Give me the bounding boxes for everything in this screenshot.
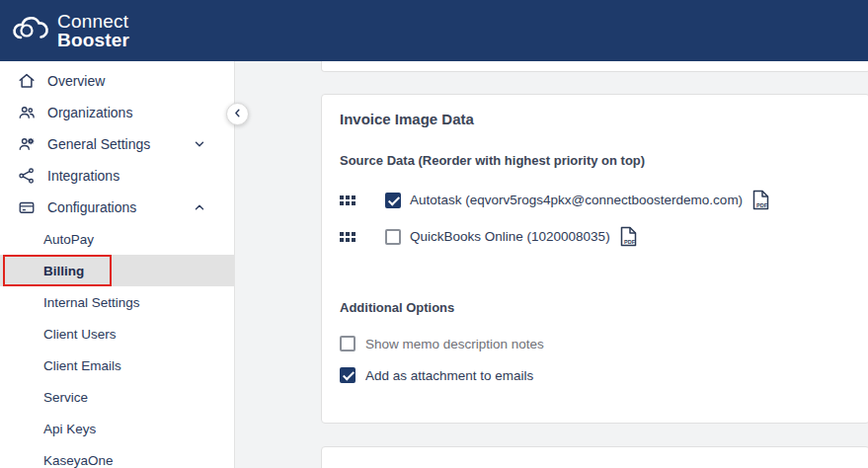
sidebar-item-label: Internal Settings — [43, 295, 140, 310]
sidebar-item-internal-settings[interactable]: Internal Settings — [0, 286, 234, 318]
sidebar-item-label: KaseyaOne — [43, 453, 114, 468]
pdf-icon[interactable]: PDF — [752, 190, 769, 210]
sidebar-item-general-settings[interactable]: General Settings — [0, 128, 234, 160]
sidebar-item-overview[interactable]: Overview — [0, 65, 234, 97]
sidebar-item-api-keys[interactable]: Api Keys — [0, 413, 234, 444]
sidebar-item-billing[interactable]: Billing — [0, 255, 234, 286]
chevron-up-icon — [193, 200, 206, 214]
sidebar-item-kaseyaone[interactable]: KaseyaOne — [0, 444, 234, 468]
sidebar: Overview Organizations General Settings — [0, 61, 235, 468]
people-gear-icon — [18, 135, 36, 153]
sidebar-item-label: Billing — [43, 264, 84, 278]
sidebar-item-label: Overview — [47, 73, 105, 89]
sidebar-item-label: AutoPay — [43, 232, 94, 247]
sidebar-item-label: Organizations — [47, 105, 132, 120]
source-label: Autotask (eqvorv5rogs4pkx@connectbooster… — [410, 193, 743, 207]
source-row-quickbooks: QuickBooks Online (1020008035) PDF — [340, 218, 851, 255]
drag-handle-icon[interactable] — [340, 232, 355, 242]
brand-name: Connect Booster — [57, 12, 129, 49]
source-row-autotask: Autotask (eqvorv5rogs4pkx@connectbooster… — [340, 182, 851, 218]
next-card-edge — [321, 446, 868, 468]
sidebar-item-integrations[interactable]: Integrations — [0, 160, 234, 192]
source-label: QuickBooks Online (1020008035) — [410, 229, 610, 244]
drag-handle-icon[interactable] — [340, 195, 355, 205]
sidebar-item-autopay[interactable]: AutoPay — [0, 223, 234, 255]
previous-card-edge — [321, 61, 868, 72]
sidebar-item-label: Integrations — [47, 168, 119, 184]
sidebar-item-organizations[interactable]: Organizations — [0, 97, 234, 128]
invoice-image-data-card: Invoice Image Data Source Data (Reorder … — [321, 94, 868, 424]
option-label: Add as attachment to emails — [365, 368, 533, 383]
sidebar-item-label: Client Emails — [43, 358, 121, 373]
autotask-checkbox[interactable] — [385, 193, 401, 208]
integration-icon — [18, 167, 36, 185]
chevron-left-icon — [231, 106, 244, 123]
option-row-memo-notes: Show memo description notes — [340, 331, 851, 356]
sidebar-item-configurations[interactable]: Configurations — [0, 192, 234, 223]
option-label: Show memo description notes — [365, 337, 544, 351]
svg-text:PDF: PDF — [756, 202, 768, 208]
people-icon — [18, 104, 36, 121]
brand-logo: Connect Booster — [10, 12, 129, 49]
app-header: Connect Booster — [0, 0, 868, 61]
chevron-down-icon — [193, 137, 206, 151]
quickbooks-checkbox[interactable] — [385, 229, 401, 245]
sidebar-item-client-users[interactable]: Client Users — [0, 318, 234, 350]
home-icon — [18, 72, 36, 90]
sidebar-item-label: General Settings — [47, 136, 150, 152]
pdf-icon[interactable]: PDF — [620, 226, 637, 247]
sidebar-item-service[interactable]: Service — [0, 381, 234, 413]
card-title: Invoice Image Data — [340, 111, 851, 127]
source-data-heading: Source Data (Reorder with highest priori… — [340, 153, 851, 168]
option-row-attachment: Add as attachment to emails — [340, 362, 851, 388]
sidebar-item-label: Configurations — [47, 199, 136, 215]
sidebar-item-client-emails[interactable]: Client Emails — [0, 350, 234, 381]
main-content: Invoice Image Data Source Data (Reorder … — [236, 61, 868, 468]
cloud-logo-icon — [10, 14, 51, 47]
add-attachment-checkbox[interactable] — [340, 367, 355, 383]
sidebar-collapse-button[interactable] — [226, 103, 249, 125]
billing-card-icon — [18, 198, 36, 216]
svg-text:PDF: PDF — [624, 239, 636, 245]
sidebar-item-label: Api Keys — [43, 422, 96, 436]
additional-options-heading: Additional Options — [340, 300, 851, 315]
sidebar-item-label: Client Users — [43, 327, 117, 342]
show-memo-notes-checkbox[interactable] — [340, 336, 355, 351]
sidebar-item-label: Service — [43, 390, 88, 405]
